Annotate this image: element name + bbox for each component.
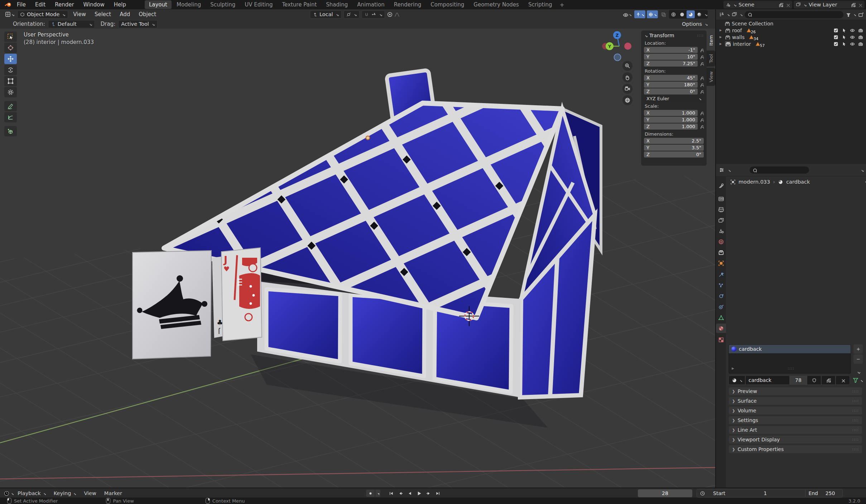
- tool-measure[interactable]: [4, 112, 17, 122]
- play-button[interactable]: [415, 490, 423, 497]
- menu-marker[interactable]: Marker: [100, 490, 126, 496]
- display-mode-icon[interactable]: [732, 12, 737, 17]
- users-count-button[interactable]: 78: [790, 375, 807, 385]
- tab-texture[interactable]: [716, 335, 726, 344]
- menu-view[interactable]: View: [69, 10, 90, 19]
- lock-open-icon[interactable]: [699, 125, 704, 129]
- pin-icon[interactable]: [865, 180, 866, 184]
- tab-scene[interactable]: [716, 226, 726, 236]
- shading-rendered-button[interactable]: [695, 10, 703, 18]
- fake-user-button[interactable]: [807, 375, 821, 385]
- nodes-filter-dropdown[interactable]: [853, 377, 863, 383]
- expand-icon[interactable]: ▶: [720, 35, 723, 39]
- material-slot-item[interactable]: cardback: [729, 345, 851, 353]
- lock-open-icon[interactable]: [699, 89, 704, 94]
- timeline-editor-icon[interactable]: [4, 490, 10, 496]
- close-icon[interactable]: [785, 3, 790, 7]
- start-frame-field[interactable]: 1: [728, 490, 802, 496]
- tool-select-box[interactable]: [4, 32, 17, 42]
- hide-eye-icon[interactable]: [850, 35, 855, 40]
- lock-open-icon[interactable]: [699, 76, 704, 80]
- chevron-down-icon[interactable]: [727, 168, 731, 173]
- tab-object-props[interactable]: [716, 258, 726, 268]
- lock-open-icon[interactable]: [699, 55, 704, 59]
- unlink-button[interactable]: [836, 375, 850, 385]
- material-name-field[interactable]: cardback: [745, 375, 790, 385]
- checkbox-icon[interactable]: [833, 42, 838, 47]
- scale-z-field[interactable]: Z1.000: [644, 123, 698, 130]
- chevron-down-icon[interactable]: [739, 12, 742, 17]
- drag-grip[interactable]: ::::: [697, 34, 704, 37]
- menu-file[interactable]: File: [12, 0, 30, 9]
- section-preview[interactable]: ❯Preview::::: [729, 387, 862, 395]
- transform-orientation-dropdown[interactable]: Local: [310, 10, 342, 19]
- tool-cursor[interactable]: [4, 43, 17, 53]
- outliner-row-interior[interactable]: ▶ interior 57: [716, 40, 866, 47]
- location-z-field[interactable]: Z7.25": [644, 60, 698, 67]
- rotation-x-field[interactable]: X45°: [644, 75, 698, 81]
- list-resize-grip[interactable]: ::::: [788, 367, 794, 370]
- menu-edit[interactable]: Edit: [30, 0, 50, 9]
- expand-icon[interactable]: ▶: [732, 367, 734, 370]
- tab-animation[interactable]: Animation: [353, 0, 389, 9]
- new-collection-icon[interactable]: [858, 12, 864, 18]
- render-camera-icon[interactable]: [858, 42, 863, 47]
- menu-playback[interactable]: Playback: [14, 490, 50, 496]
- menu-keying[interactable]: Keying: [50, 490, 80, 496]
- jump-to-end-button[interactable]: [433, 490, 442, 497]
- tab-sculpting[interactable]: Sculpting: [206, 0, 240, 9]
- shading-wireframe-button[interactable]: [669, 10, 678, 18]
- camera-view-button[interactable]: [622, 84, 632, 94]
- lock-open-icon[interactable]: [699, 62, 704, 66]
- checkbox-icon[interactable]: [833, 28, 838, 33]
- scale-y-field[interactable]: Y1.000: [644, 117, 698, 123]
- lock-open-icon[interactable]: [699, 83, 704, 87]
- tab-scripting[interactable]: Scripting: [524, 0, 557, 9]
- tab-constraints[interactable]: [716, 302, 726, 311]
- play-reverse-button[interactable]: [405, 490, 414, 497]
- chevron-down-icon[interactable]: [704, 12, 707, 17]
- axis-neg-z-ball[interactable]: [614, 54, 621, 61]
- use-preview-range-icon[interactable]: [700, 491, 705, 496]
- joker-card[interactable]: [133, 251, 211, 359]
- blender-logo-icon[interactable]: [4, 2, 12, 8]
- end-frame-field[interactable]: 250: [821, 490, 839, 496]
- scale-x-field[interactable]: X1.000: [644, 110, 698, 116]
- pan-hand-button[interactable]: [622, 72, 632, 82]
- outliner-scene-collection[interactable]: Scene Collection: [716, 20, 866, 27]
- tab-physics[interactable]: [716, 291, 726, 301]
- material-type-dropdown[interactable]: [728, 375, 745, 385]
- xray-toggle[interactable]: [659, 10, 668, 18]
- view-layer-selector[interactable]: View Layer: [794, 1, 865, 9]
- chevron-down-icon[interactable]: [860, 168, 864, 173]
- outliner-row-walls[interactable]: ▶ walls 34: [716, 34, 866, 40]
- lock-open-icon[interactable]: [699, 48, 704, 52]
- dim-x-field[interactable]: X2.5": [644, 138, 704, 144]
- chevron-down-icon[interactable]: [726, 12, 730, 17]
- chevron-down-icon[interactable]: [853, 12, 856, 17]
- falloff-curve-icon[interactable]: [394, 11, 400, 18]
- breadcrumb-object[interactable]: modern.033: [738, 179, 770, 185]
- dim-y-field[interactable]: Y3.5": [644, 145, 704, 151]
- mode-dropdown[interactable]: Object Mode: [17, 10, 68, 19]
- chevron-down-icon[interactable]: [644, 33, 648, 38]
- outliner-row-roof[interactable]: ▶ roof 26: [716, 27, 866, 34]
- properties-editor-icon[interactable]: [719, 167, 725, 173]
- section-surface[interactable]: ❯Surface::::: [729, 397, 862, 405]
- filter-icon[interactable]: [846, 12, 851, 17]
- tab-object-data[interactable]: [716, 313, 726, 322]
- navigation-gizmo[interactable]: Z Y: [599, 29, 640, 65]
- menu-help[interactable]: Help: [109, 0, 131, 9]
- lock-open-icon[interactable]: [699, 118, 704, 122]
- new-material-button[interactable]: [821, 375, 836, 385]
- tab-texture-paint[interactable]: Texture Paint: [278, 0, 321, 9]
- options-dropdown[interactable]: Options: [679, 20, 710, 28]
- outliner-editor-icon[interactable]: [719, 12, 724, 17]
- tool-annotate[interactable]: [4, 101, 17, 111]
- tab-rendering[interactable]: Rendering: [390, 0, 426, 9]
- tab-modifiers[interactable]: [716, 270, 726, 279]
- breadcrumb-material[interactable]: cardback: [786, 179, 810, 185]
- axis-x-ball[interactable]: [624, 43, 631, 50]
- overlays-toggle[interactable]: [647, 10, 658, 18]
- copy-icon[interactable]: [779, 3, 783, 7]
